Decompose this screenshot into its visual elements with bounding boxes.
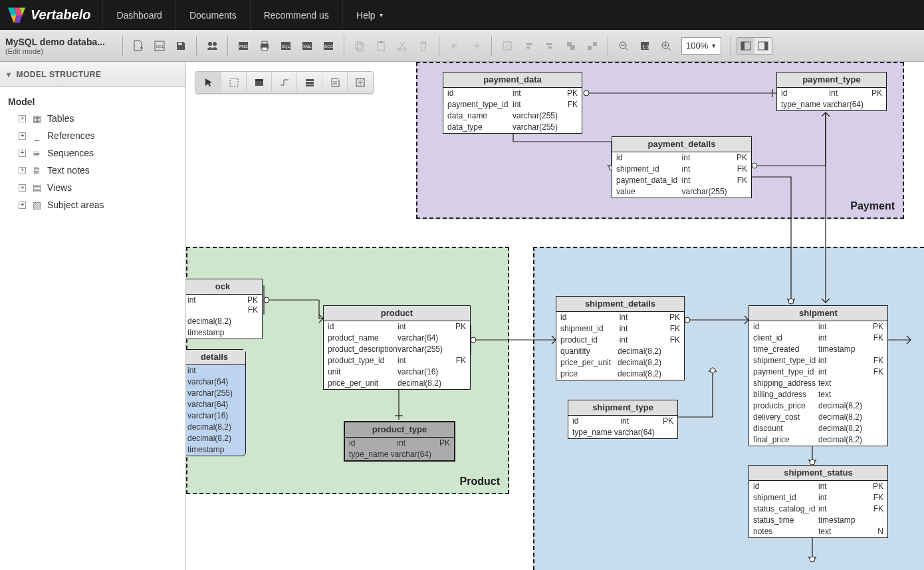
table-row: pricedecimal(8,2) (556, 368, 684, 380)
sidebar-header[interactable]: ▾ MODEL STRUCTURE (0, 62, 185, 87)
svg-rect-19 (379, 41, 383, 43)
table-header: product (324, 306, 470, 321)
table-shipment[interactable]: shipmentidintPKclient_idintFKtime_create… (749, 305, 888, 446)
svg-rect-16 (356, 42, 362, 49)
copy-icon (354, 40, 366, 52)
add-table-tool[interactable] (247, 72, 272, 93)
ungroup-icon (586, 40, 598, 52)
table-row: notestextN (749, 526, 887, 537)
new-doc-button[interactable] (128, 36, 148, 56)
ddl-icon: DDL (154, 40, 166, 52)
ddl-button[interactable]: DDL (150, 36, 170, 56)
zoom-select[interactable]: 100%▼ (681, 37, 721, 55)
cut-button[interactable] (392, 36, 412, 56)
table-row: quanititydecimal(8,2) (556, 346, 684, 357)
undo-button[interactable] (445, 36, 465, 56)
expand-icon[interactable]: + (19, 115, 26, 122)
left-panel-toggle[interactable] (737, 38, 754, 54)
nav-recommend[interactable]: Recommend us (250, 0, 342, 30)
right-panel-toggle[interactable] (754, 38, 772, 54)
table-row: varchar(16) (186, 410, 245, 422)
add-reference-tool[interactable] (272, 72, 297, 93)
table-product-type[interactable]: product_typeidintPKtype_namevarchar(64) (344, 421, 455, 462)
zoom-in-button[interactable] (656, 36, 676, 56)
svg-point-4 (213, 42, 217, 46)
align-left-button[interactable] (519, 36, 538, 56)
nav-help[interactable]: Help▾ (342, 0, 396, 30)
logo[interactable]: Vertabelo (4, 7, 102, 24)
marquee-tool[interactable] (221, 72, 247, 93)
align-right-button[interactable] (540, 36, 560, 56)
ungroup-button[interactable] (582, 36, 602, 56)
area-label: Payment (850, 200, 895, 212)
table-shipment-type[interactable]: shipment_typeidintPKtype_namevarchar(64) (568, 400, 678, 439)
tree-root[interactable]: Model (3, 94, 183, 110)
tree-item-areas[interactable]: +▨Subject areas (3, 196, 183, 214)
table-row: idintPK (749, 481, 887, 492)
table-shipment-status[interactable]: shipment_statusidintPKshipment_idintFKst… (749, 465, 888, 538)
tree-item-tables[interactable]: +▦Tables (3, 110, 183, 127)
tree-label: Text notes (47, 165, 90, 176)
zoom-fit-button[interactable]: 1:1 (635, 36, 655, 56)
tree-item-views[interactable]: +▤Views (3, 179, 183, 196)
expand-icon[interactable]: + (19, 150, 26, 157)
canvas[interactable]: Payment Product (186, 62, 924, 570)
table-header: ock (186, 279, 262, 295)
share-button[interactable] (202, 36, 222, 56)
paste-button[interactable] (371, 36, 391, 56)
export-xml-button[interactable]: XML (297, 36, 317, 56)
table-details[interactable]: detailsintvarchar(64)varchar(255)varchar… (186, 349, 246, 456)
document-title-block[interactable]: MySQL demo databa... (Edit mode) (4, 37, 117, 55)
expand-icon[interactable]: + (19, 167, 26, 174)
print-icon (259, 40, 271, 52)
edit-icon (501, 40, 513, 52)
save-button[interactable] (171, 36, 191, 56)
nav-documents[interactable]: Documents (175, 0, 250, 30)
table-row: idintPK (749, 321, 887, 333)
expand-icon[interactable]: + (19, 184, 26, 192)
table-shipment-details[interactable]: shipment_detailsidintPKshipment_idintFKp… (556, 296, 685, 380)
zoom-in-icon (660, 40, 672, 52)
table-product[interactable]: productidintPKproduct_namevarchar(64)pro… (323, 305, 471, 390)
svg-rect-17 (358, 44, 364, 51)
tree-item-sequences[interactable]: +≣Sequences (3, 144, 183, 162)
table-payment-type[interactable]: payment_typeidintPKtype_namevarchar(64) (776, 72, 887, 111)
sidebar-title: MODEL STRUCTURE (17, 70, 102, 79)
table-header: shipment_status (749, 466, 887, 481)
add-view-tool[interactable] (297, 72, 322, 93)
zoom-out-button[interactable] (614, 36, 634, 56)
separator (227, 36, 228, 56)
table-row: payment_data_idintFK (612, 175, 751, 186)
export-doc-button[interactable]: DOC (318, 36, 338, 56)
zoom-value: 100% (686, 41, 708, 51)
table-row: shipment_type_idintFK (749, 355, 887, 366)
table-row: timestamp (186, 444, 245, 456)
copy-button[interactable] (350, 36, 370, 56)
table-row: product_descriptionvarchar(255) (324, 344, 470, 355)
tree-item-references[interactable]: +⎯References (3, 127, 183, 144)
sidebar: ▾ MODEL STRUCTURE Model +▦Tables +⎯Refer… (0, 62, 186, 570)
table-stock[interactable]: ockintPK FKdecimal(8,2)timestamp (186, 279, 263, 339)
expand-icon[interactable]: + (19, 202, 26, 209)
tree-label: References (47, 130, 95, 141)
table-row: intPK FK (186, 295, 262, 316)
add-area-tool[interactable] (348, 72, 373, 93)
table-payment-details[interactable]: payment_detailsidintPKshipment_idintFKpa… (612, 136, 752, 198)
group-button[interactable] (561, 36, 581, 56)
add-note-tool[interactable] (322, 72, 348, 93)
print-button[interactable] (255, 36, 275, 56)
table-payment-data[interactable]: payment_dataidintPKpayment_type_idintFKd… (443, 72, 582, 134)
zoom-fit-icon: 1:1 (639, 40, 651, 52)
svg-text:1:1: 1:1 (642, 44, 650, 50)
export-png-button[interactable]: PNG (233, 36, 253, 56)
delete-button[interactable] (413, 36, 433, 56)
export-sql-button[interactable]: SQL (276, 36, 296, 56)
pointer-tool[interactable] (196, 72, 221, 93)
nav-dashboard[interactable]: Dashboard (102, 0, 175, 30)
document-name: MySQL demo databa... (5, 37, 112, 47)
redo-button[interactable] (466, 36, 486, 56)
expand-icon[interactable]: + (19, 132, 26, 140)
edit-button[interactable] (497, 36, 517, 56)
tree-item-textnotes[interactable]: +🗎Text notes (3, 162, 183, 179)
cut-icon (396, 40, 408, 52)
